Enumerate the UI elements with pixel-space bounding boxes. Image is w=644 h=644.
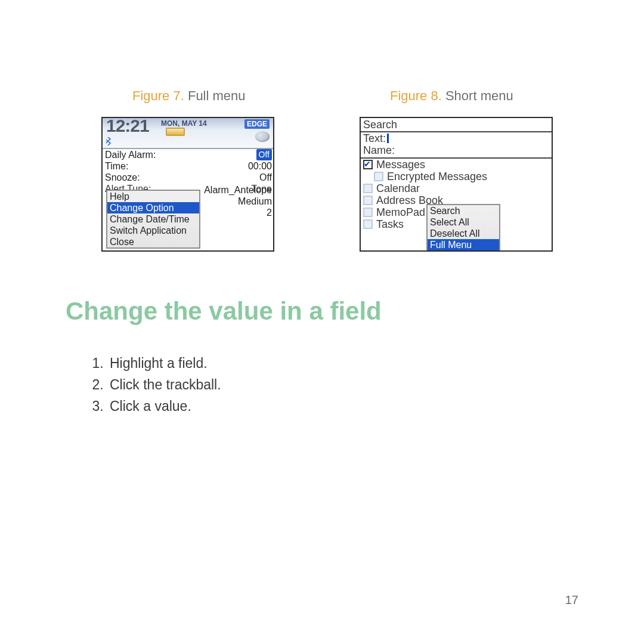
text-cursor (387, 134, 389, 143)
list-item-encrypted-messages[interactable]: Encrypted Messages (363, 171, 549, 182)
checkbox-icon[interactable] (363, 219, 373, 229)
figure8-ref: Figure 8. (390, 88, 442, 103)
label-name: Name: (363, 144, 395, 156)
menu-item-search[interactable]: Search (428, 205, 499, 216)
list-label: Tasks (376, 218, 404, 230)
name-field-row[interactable]: Name: (363, 144, 549, 156)
checkbox-icon[interactable] (363, 184, 373, 193)
value-tune-name[interactable]: Alarm_Antelope (204, 184, 272, 196)
label-time: Time: (105, 160, 128, 172)
value-time[interactable]: 00:00 (248, 160, 272, 172)
menu-item-change-option[interactable]: Change Option (107, 202, 199, 213)
checkbox-icon[interactable] (363, 160, 373, 169)
figure7-screenshot: 12:21 MON, MAY 14 EDGE Daily Alarm: Off … (101, 117, 274, 252)
label-daily-alarm: Daily Alarm: (105, 149, 156, 160)
text-field-row[interactable]: Text: (363, 132, 549, 144)
figure8-screenshot: Search Text: Name: Messages Encrypted Me… (360, 117, 553, 252)
list-item-messages[interactable]: Messages (363, 159, 549, 171)
step-1: Highlight a field. (107, 352, 221, 374)
label-text: Text: (363, 132, 386, 144)
figure7-text: Full menu (184, 88, 246, 103)
checkbox-icon[interactable] (363, 208, 373, 217)
right-value-column: Alarm_Antelope Medium 2 (204, 184, 272, 218)
row-time[interactable]: Time: 00:00 (105, 160, 272, 172)
network-badge: EDGE (244, 119, 270, 129)
menu-item-close[interactable]: Close (107, 236, 199, 247)
menu-item-full-menu[interactable]: Full Menu (428, 239, 499, 250)
menu-item-select-all[interactable]: Select All (428, 216, 499, 228)
page-number: 17 (565, 593, 578, 607)
steps-list: Highlight a field. Click the trackball. … (89, 352, 221, 417)
speaker-icon (255, 131, 270, 142)
clock: 12:21 (106, 117, 149, 136)
figure8-caption: Figure 8. Short menu (390, 88, 513, 104)
figure8-text: Short menu (442, 88, 513, 103)
list-item-calendar[interactable]: Calendar (363, 182, 549, 194)
checkbox-icon[interactable] (363, 196, 373, 205)
short-menu-popup: Search Select All Deselect All Full Menu (426, 204, 500, 252)
menu-item-change-date-time[interactable]: Change Date/Time (107, 213, 199, 225)
value-snooze[interactable]: Off (259, 172, 272, 183)
list-label: Calendar (376, 182, 420, 194)
value-volume[interactable]: Medium (204, 196, 272, 207)
menu-item-help[interactable]: Help (107, 191, 199, 202)
list-label: Encrypted Messages (387, 171, 487, 182)
step-3: Click a value. (107, 395, 221, 417)
menu-item-deselect-all[interactable]: Deselect All (428, 228, 499, 239)
list-label: Messages (376, 159, 425, 171)
bluetooth-icon (106, 137, 112, 145)
figure7-ref: Figure 7. (132, 88, 184, 103)
search-fields: Text: Name: (361, 132, 552, 156)
date: MON, MAY 14 (161, 119, 207, 128)
row-snooze[interactable]: Snooze: Off (105, 172, 272, 183)
value-daily-alarm[interactable]: Off (256, 149, 272, 160)
section-heading: Change the value in a field (66, 297, 382, 326)
step-2: Click the trackball. (107, 374, 221, 395)
checkbox-icon[interactable] (374, 172, 383, 181)
full-menu-popup: Help Change Option Change Date/Time Swit… (106, 190, 200, 249)
search-title: Search (361, 118, 552, 132)
value-count[interactable]: 2 (204, 207, 272, 218)
figure7-caption: Figure 7. Full menu (132, 88, 246, 104)
menu-item-switch-application[interactable]: Switch Application (107, 225, 199, 236)
label-snooze: Snooze: (105, 172, 140, 183)
battery-icon (166, 128, 185, 136)
list-label: MemoPad (376, 206, 425, 218)
status-bar: 12:21 MON, MAY 14 EDGE (103, 118, 273, 149)
row-daily-alarm[interactable]: Daily Alarm: Off (105, 149, 272, 160)
